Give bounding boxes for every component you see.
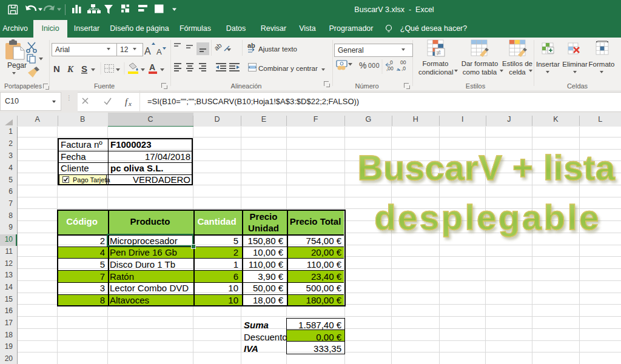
svg-text:K: K — [67, 64, 74, 74]
svg-text:,0: ,0 — [401, 65, 406, 71]
svg-text:ab: ab — [213, 41, 223, 51]
svg-text:00: 00 — [400, 59, 406, 65]
svg-text:A: A — [149, 62, 155, 72]
svg-text:≠: ≠ — [437, 48, 441, 57]
svg-text:A: A — [144, 46, 151, 56]
svg-text:S: S — [81, 64, 87, 74]
svg-text:A: A — [156, 47, 162, 56]
svg-text:x: x — [128, 100, 132, 107]
svg-text:N: N — [53, 64, 60, 74]
svg-text:ab: ab — [247, 42, 255, 49]
